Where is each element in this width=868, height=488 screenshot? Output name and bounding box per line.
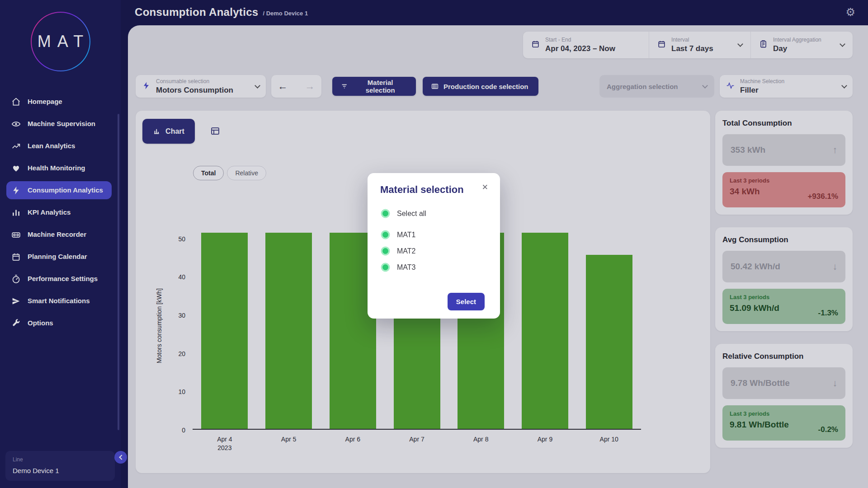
material-options: MAT1 MAT2 MAT3 [380,230,487,272]
material-option-label: MAT2 [397,247,415,255]
radio-checked-icon [382,232,388,238]
material-option[interactable]: MAT2 [380,246,487,256]
material-option-label: MAT1 [397,231,415,239]
material-option-label: MAT3 [397,263,415,272]
material-option[interactable]: MAT1 [380,230,487,240]
radio-checked-icon [382,248,388,254]
radio-checked-icon [382,211,388,216]
radio-checked-icon [382,264,388,270]
select-all-label: Select all [397,210,426,218]
select-button[interactable]: Select [448,293,485,310]
select-all-option[interactable]: Select all [380,208,487,219]
modal-title: Material selection [380,184,487,196]
material-selection-modal: Material selection ✕ Select all MAT1 MAT… [368,173,500,319]
close-icon[interactable]: ✕ [479,182,491,192]
material-option[interactable]: MAT3 [380,262,487,272]
